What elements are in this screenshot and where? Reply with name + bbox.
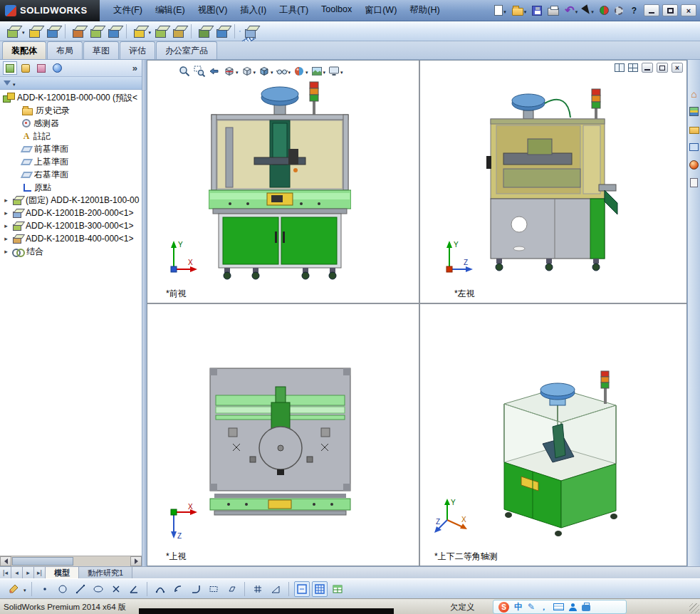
- model-front-view[interactable]: [209, 78, 351, 281]
- tab-scroll-prev-button[interactable]: ◂: [11, 567, 23, 578]
- chamfer-button[interactable]: [268, 581, 283, 597]
- grid-system-button[interactable]: [312, 581, 328, 597]
- menu-insert[interactable]: 插入(I): [234, 1, 273, 19]
- dropdown-caret-icon[interactable]: [323, 66, 326, 76]
- tree-item-component-400[interactable]: ▸ ADD-K-12001B-400-000<1>: [0, 232, 142, 245]
- centerline-cross-button[interactable]: [108, 581, 124, 597]
- ime-punctuation-toggle[interactable]: ，: [540, 602, 548, 613]
- viewport-pane-isometric[interactable]: Y X Z *上下二等角轴测: [420, 304, 686, 566]
- select-button[interactable]: [582, 2, 595, 19]
- scroll-left-button[interactable]: [0, 556, 11, 566]
- linear-component-pattern-button[interactable]: [44, 23, 61, 39]
- expand-arrow-icon[interactable]: ▸: [3, 209, 9, 217]
- sogou-ime-icon[interactable]: S: [498, 602, 509, 613]
- bill-of-materials-button[interactable]: [196, 23, 212, 39]
- instant-3d-button[interactable]: [242, 23, 258, 39]
- tab-sketch[interactable]: 草图: [83, 41, 119, 59]
- split-pane-vertical-button[interactable]: [615, 63, 625, 72]
- angle-line-button[interactable]: [126, 581, 142, 597]
- dropdown-caret-icon[interactable]: [503, 6, 506, 16]
- dropdown-caret-icon[interactable]: [22, 26, 25, 36]
- undo-button[interactable]: ↶: [563, 2, 579, 19]
- panel-overflow-button[interactable]: »: [132, 63, 139, 73]
- edit-appearance-button[interactable]: [292, 64, 309, 78]
- viewport-pane-left[interactable]: Y Z *左視 ×: [420, 61, 686, 304]
- soft-keyboard-icon[interactable]: [553, 603, 564, 610]
- ime-user-icon[interactable]: [569, 603, 577, 611]
- filter-dropdown-icon[interactable]: [13, 78, 16, 88]
- options-button[interactable]: [613, 2, 625, 19]
- tree-item-sensors[interactable]: 感测器: [0, 117, 142, 130]
- sketch-button[interactable]: [6, 581, 21, 597]
- view-orientation-button[interactable]: [240, 64, 257, 78]
- tangent-arc-button[interactable]: [188, 581, 204, 597]
- tree-item-right-plane[interactable]: 右基準面: [0, 168, 142, 181]
- apply-scene-button[interactable]: [310, 64, 327, 78]
- scrollbar-thumb[interactable]: [12, 557, 73, 566]
- new-document-button[interactable]: [493, 2, 508, 19]
- three-point-arc-button[interactable]: [152, 581, 168, 597]
- centerpoint-arc-button[interactable]: [170, 581, 186, 597]
- menu-edit[interactable]: 编辑(E): [149, 1, 192, 19]
- tab-scroll-last-button[interactable]: ▸|: [34, 567, 46, 578]
- model-top-view[interactable]: [207, 365, 353, 519]
- dropdown-caret-icon[interactable]: [288, 66, 291, 76]
- propertymanager-tab[interactable]: [19, 61, 33, 75]
- filter-funnel-icon[interactable]: [4, 80, 11, 85]
- menu-help[interactable]: 帮助(H): [403, 1, 446, 19]
- configurationmanager-tab[interactable]: [34, 61, 48, 75]
- tab-evaluate[interactable]: 评估: [120, 41, 155, 59]
- print-button[interactable]: [546, 2, 560, 19]
- model-left-view[interactable]: [486, 85, 618, 274]
- dropdown-caret-icon[interactable]: [340, 66, 343, 76]
- point-tool-button[interactable]: [37, 581, 53, 597]
- dropdown-caret-icon[interactable]: [575, 6, 578, 16]
- appearances-tab[interactable]: [689, 160, 699, 170]
- smart-fasteners-button[interactable]: [70, 23, 86, 39]
- dropdown-caret-icon[interactable]: [271, 66, 273, 76]
- save-button[interactable]: [531, 2, 543, 19]
- custom-properties-tab[interactable]: [689, 177, 699, 188]
- window-maximize-button[interactable]: [662, 4, 678, 16]
- insert-components-button[interactable]: [4, 23, 21, 39]
- tables-button[interactable]: [330, 581, 345, 597]
- exploded-view-button[interactable]: [214, 23, 230, 39]
- tree-item-component-100[interactable]: ▸ (固定) ADD-K-12001B-100-00: [0, 194, 142, 207]
- model-isometric-view[interactable]: [484, 358, 634, 540]
- show-hidden-components-button[interactable]: [105, 23, 122, 39]
- viewport-pane-top[interactable]: X Z *上視: [147, 304, 420, 566]
- zoom-to-fit-button[interactable]: [177, 64, 192, 78]
- menu-tools[interactable]: 工具(T): [273, 1, 315, 19]
- tree-item-mates[interactable]: ▸ 结合: [0, 245, 142, 258]
- mate-button[interactable]: [26, 23, 43, 39]
- previous-view-button[interactable]: [207, 64, 221, 78]
- tree-item-origin[interactable]: 原點: [0, 181, 142, 194]
- tab-office-products[interactable]: 办公室产品: [156, 41, 217, 59]
- displaymanager-tab[interactable]: [50, 61, 64, 75]
- dropdown-caret-icon[interactable]: [254, 66, 256, 76]
- design-library-tab[interactable]: [689, 106, 699, 117]
- doc-close-button[interactable]: ×: [672, 63, 683, 73]
- open-document-button[interactable]: [511, 2, 528, 19]
- ellipse-tool-button[interactable]: [90, 581, 106, 597]
- dropdown-caret-icon[interactable]: [23, 584, 26, 594]
- tree-item-front-plane[interactable]: 前基準面: [0, 142, 142, 155]
- panel-horizontal-scrollbar[interactable]: [0, 556, 142, 566]
- rebuild-button[interactable]: [598, 2, 610, 19]
- dropdown-caret-icon[interactable]: [149, 26, 152, 36]
- resize-grip[interactable]: [689, 603, 699, 613]
- expand-arrow-icon[interactable]: ▸: [3, 235, 9, 242]
- menu-file[interactable]: 文件(F): [107, 1, 149, 19]
- view-settings-button[interactable]: [327, 64, 344, 78]
- menu-window[interactable]: 窗口(W): [358, 1, 403, 19]
- new-motion-study-button[interactable]: [170, 23, 187, 39]
- measure-button[interactable]: [239, 31, 241, 32]
- zoom-to-area-button[interactable]: [192, 64, 207, 78]
- expand-arrow-icon[interactable]: ▸: [3, 222, 9, 229]
- ime-handwriting-icon[interactable]: ✎: [528, 602, 535, 612]
- window-minimize-button[interactable]: [644, 4, 659, 16]
- doc-minimize-button[interactable]: [642, 63, 653, 73]
- line-tool-button[interactable]: [73, 581, 88, 597]
- four-pane-button[interactable]: [628, 63, 638, 72]
- dropdown-caret-icon[interactable]: [305, 66, 308, 76]
